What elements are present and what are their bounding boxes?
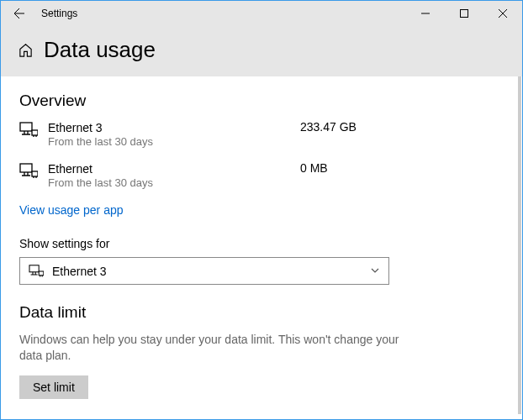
- page-title: Data usage: [44, 37, 156, 63]
- content: Overview Ethernet 3 From the last 30 day…: [1, 76, 522, 399]
- select-value: Ethernet 3: [52, 265, 370, 278]
- back-button[interactable]: [1, 1, 38, 26]
- connection-subtitle: From the last 30 days: [48, 176, 300, 191]
- connection-row: Ethernet 3 From the last 30 days 233.47 …: [19, 120, 504, 150]
- close-button[interactable]: [483, 1, 522, 26]
- maximize-icon: [460, 9, 468, 18]
- home-icon[interactable]: [18, 42, 34, 58]
- view-usage-per-app-link[interactable]: View usage per app: [19, 203, 124, 217]
- connection-row: Ethernet From the last 30 days 0 MB: [19, 161, 504, 191]
- ethernet-icon: [29, 265, 44, 278]
- minimize-button[interactable]: [406, 1, 445, 26]
- scrollbar[interactable]: [518, 76, 521, 414]
- overview-list: Ethernet 3 From the last 30 days 233.47 …: [19, 120, 504, 191]
- connection-usage: 233.47 GB: [300, 120, 357, 134]
- connection-name: Ethernet 3: [48, 120, 300, 135]
- svg-rect-3: [20, 164, 32, 172]
- connection-text: Ethernet 3 From the last 30 days: [48, 120, 300, 150]
- data-limit-description: Windows can help you stay under your dat…: [19, 332, 406, 364]
- connection-subtitle: From the last 30 days: [48, 135, 300, 150]
- arrow-left-icon: [13, 7, 26, 20]
- titlebar: Settings: [1, 1, 522, 27]
- window-title: Settings: [41, 8, 77, 19]
- svg-rect-4: [32, 171, 38, 176]
- minimize-icon: [421, 9, 430, 18]
- data-limit-heading: Data limit: [19, 303, 504, 322]
- connection-name: Ethernet: [48, 161, 300, 176]
- svg-rect-0: [461, 10, 468, 18]
- svg-rect-2: [32, 130, 38, 135]
- ethernet-icon: [19, 161, 48, 183]
- svg-rect-5: [29, 265, 39, 271]
- show-settings-for-label: Show settings for: [19, 237, 504, 250]
- connection-text: Ethernet From the last 30 days: [48, 161, 300, 191]
- overview-heading: Overview: [19, 92, 504, 110]
- chevron-down-icon: [370, 264, 380, 279]
- close-icon: [499, 9, 507, 18]
- set-limit-button[interactable]: Set limit: [19, 375, 88, 399]
- connection-usage: 0 MB: [300, 161, 328, 175]
- maximize-button[interactable]: [445, 1, 483, 26]
- svg-rect-1: [20, 123, 32, 131]
- ethernet-icon: [19, 120, 48, 142]
- show-settings-for-select[interactable]: Ethernet 3: [19, 257, 389, 285]
- page-header: Data usage: [1, 27, 522, 76]
- svg-rect-6: [39, 271, 44, 276]
